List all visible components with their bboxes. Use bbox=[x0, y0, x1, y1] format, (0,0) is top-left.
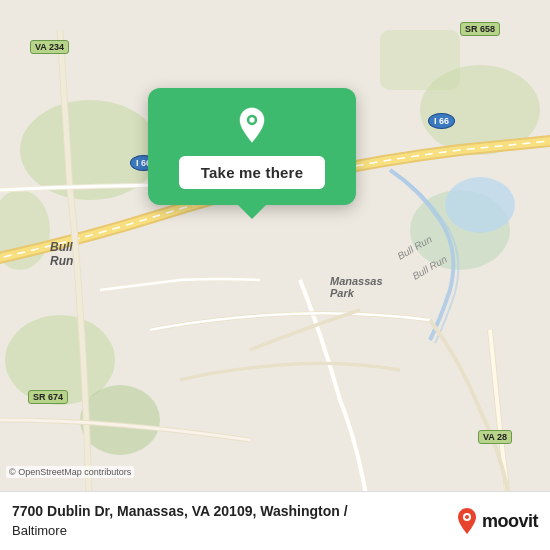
take-me-there-button[interactable]: Take me there bbox=[179, 156, 325, 189]
moovit-pin-icon bbox=[456, 507, 478, 535]
va28-badge: VA 28 bbox=[478, 430, 512, 444]
info-bar: 7700 Dublin Dr, Manassas, VA 20109, Wash… bbox=[0, 491, 550, 550]
osm-attribution: © OpenStreetMap contributors bbox=[6, 466, 134, 478]
bull-run-label: BullRun bbox=[50, 240, 73, 268]
address-line1: 7700 Dublin Dr, Manassas, VA 20109, Wash… bbox=[12, 502, 446, 522]
manassas-park-label: ManassasPark bbox=[330, 275, 383, 299]
sr674-badge: SR 674 bbox=[28, 390, 68, 404]
svg-point-8 bbox=[445, 177, 515, 233]
popup-card: Take me there bbox=[148, 88, 356, 205]
location-pin-icon bbox=[232, 106, 272, 146]
svg-rect-7 bbox=[380, 30, 460, 90]
map-container: Bull Run Bull Run I 66 I 66 I 66 VA 234 … bbox=[0, 0, 550, 550]
sr658-badge: SR 658 bbox=[460, 22, 500, 36]
address-line2: Baltimore bbox=[12, 522, 446, 540]
address-info: 7700 Dublin Dr, Manassas, VA 20109, Wash… bbox=[12, 502, 446, 540]
moovit-logo: moovit bbox=[456, 507, 538, 535]
svg-point-14 bbox=[465, 515, 469, 519]
svg-point-12 bbox=[249, 117, 254, 122]
moovit-brand-text: moovit bbox=[482, 511, 538, 532]
i66-badge-right: I 66 bbox=[428, 113, 455, 129]
va234-badge: VA 234 bbox=[30, 40, 69, 54]
svg-point-5 bbox=[80, 385, 160, 455]
